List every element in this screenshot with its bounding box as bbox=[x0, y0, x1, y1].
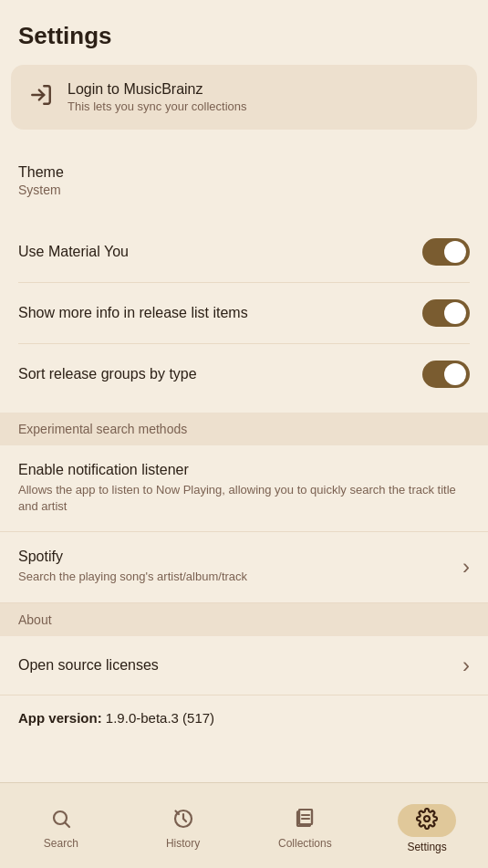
page-title: Settings bbox=[0, 0, 488, 65]
svg-line-2 bbox=[65, 822, 69, 827]
open-source-chevron-icon: › bbox=[462, 653, 470, 678]
login-subtitle: This lets you sync your collections bbox=[67, 99, 247, 113]
settings-icon bbox=[416, 808, 438, 833]
nav-collections-label: Collections bbox=[278, 837, 332, 850]
notification-listener-title: Enable notification listener bbox=[18, 462, 470, 478]
theme-setting[interactable]: Theme System bbox=[18, 148, 470, 214]
open-source-licenses-title: Open source licenses bbox=[18, 657, 159, 674]
sort-release-groups-label: Sort release groups by type bbox=[18, 366, 197, 382]
spotify-setting[interactable]: Spotify Search the playing song's artist… bbox=[0, 532, 488, 602]
login-icon bbox=[29, 83, 53, 112]
bottom-navigation: Search History Collections bbox=[0, 782, 488, 868]
sort-release-groups-toggle[interactable] bbox=[422, 361, 470, 388]
notification-listener-subtitle: Allows the app to listen to Now Playing,… bbox=[18, 482, 470, 515]
login-title: Login to MusicBrainz bbox=[67, 81, 247, 98]
spotify-subtitle: Search the playing song's artist/album/t… bbox=[18, 569, 247, 585]
nav-history[interactable]: History bbox=[122, 783, 244, 868]
spotify-title: Spotify bbox=[18, 549, 247, 565]
nav-history-label: History bbox=[166, 837, 200, 850]
use-material-you-toggle[interactable] bbox=[422, 238, 470, 266]
svg-rect-5 bbox=[299, 810, 312, 824]
show-more-info-setting: Show more info in release list items bbox=[18, 283, 470, 344]
show-more-info-toggle[interactable] bbox=[422, 299, 470, 327]
use-material-you-label: Use Material You bbox=[18, 244, 129, 260]
use-material-you-setting: Use Material You bbox=[18, 222, 470, 283]
nav-search[interactable]: Search bbox=[0, 783, 122, 868]
show-more-info-label: Show more info in release list items bbox=[18, 305, 248, 321]
about-section-header: About bbox=[0, 603, 488, 636]
sort-release-groups-setting: Sort release groups by type bbox=[18, 344, 470, 405]
theme-label: Theme bbox=[18, 164, 64, 181]
open-source-licenses-button[interactable]: Open source licenses › bbox=[0, 636, 488, 695]
nav-collections[interactable]: Collections bbox=[244, 783, 367, 868]
notification-listener-setting[interactable]: Enable notification listener Allows the … bbox=[0, 445, 488, 532]
experimental-section-header: Experimental search methods bbox=[0, 413, 488, 445]
theme-value: System bbox=[18, 183, 64, 197]
history-icon bbox=[172, 808, 194, 833]
login-to-musicbrainz-button[interactable]: Login to MusicBrainz This lets you sync … bbox=[11, 65, 477, 130]
search-icon bbox=[50, 808, 72, 833]
nav-search-label: Search bbox=[44, 837, 78, 850]
svg-point-9 bbox=[424, 816, 430, 821]
app-version-label: App version: bbox=[18, 710, 102, 726]
nav-settings[interactable]: Settings bbox=[366, 783, 488, 868]
app-version-value: 1.9.0-beta.3 (517) bbox=[106, 710, 214, 726]
collections-icon bbox=[294, 808, 316, 833]
nav-settings-label: Settings bbox=[407, 841, 446, 853]
app-version: App version: 1.9.0-beta.3 (517) bbox=[0, 695, 488, 740]
spotify-chevron-icon: › bbox=[462, 554, 470, 580]
